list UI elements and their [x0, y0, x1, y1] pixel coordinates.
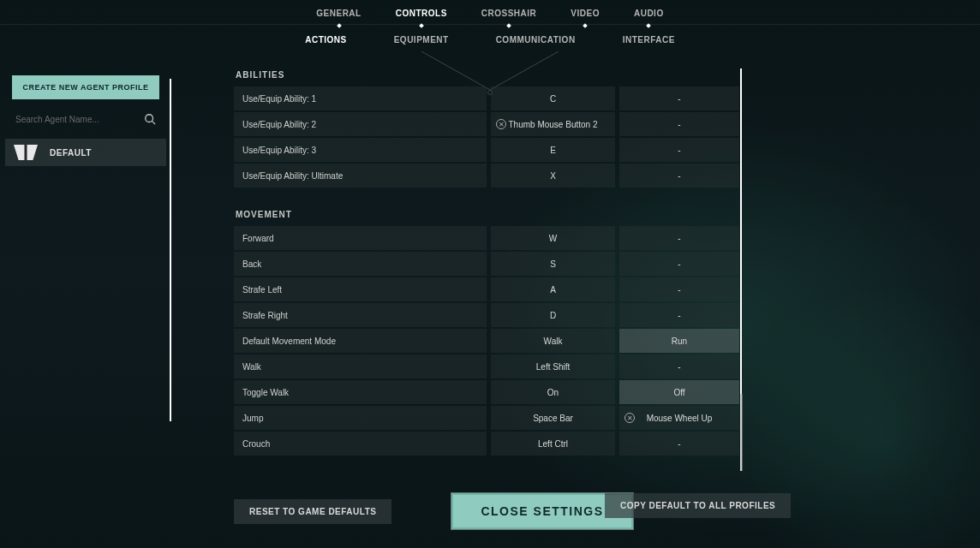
sidebar: CREATE NEW AGENT PROFILE DEFAULT: [0, 70, 171, 166]
binding-label: Back: [234, 252, 487, 276]
binding-row: Use/Equip Ability: 2Thumb Mouse Button 2…: [234, 112, 739, 136]
topnav-tab-video[interactable]: VIDEO: [571, 5, 600, 21]
binding-secondary[interactable]: -: [619, 354, 739, 378]
binding-secondary[interactable]: -: [619, 86, 739, 110]
binding-secondary[interactable]: -: [619, 226, 739, 250]
binding-primary[interactable]: W: [491, 226, 615, 250]
binding-label: Use/Equip Ability: 3: [234, 138, 487, 162]
binding-secondary[interactable]: -: [619, 164, 739, 188]
binding-primary[interactable]: D: [491, 303, 615, 327]
settings-main: ABILITIESUse/Equip Ability: 1C-Use/Equip…: [234, 65, 739, 474]
svg-point-3: [146, 115, 153, 122]
game-logo-icon: [14, 145, 38, 160]
topnav-tab-audio[interactable]: AUDIO: [634, 5, 664, 21]
binding-primary[interactable]: E: [491, 138, 615, 162]
binding-row: Strafe RightD-: [234, 303, 739, 327]
svg-line-4: [152, 122, 156, 125]
binding-primary[interactable]: On: [491, 380, 615, 404]
binding-label: Use/Equip Ability: 2: [234, 112, 487, 136]
clear-binding-icon[interactable]: ✕: [624, 413, 635, 423]
search-row: [0, 108, 171, 130]
profile-item-default[interactable]: DEFAULT: [5, 139, 166, 166]
binding-row: Toggle WalkOnOff: [234, 380, 739, 404]
topnav-tab-controls[interactable]: CONTROLS: [396, 5, 447, 21]
main-scrollbar-thumb[interactable]: [740, 394, 743, 471]
binding-primary[interactable]: A: [491, 277, 615, 301]
binding-row: Use/Equip Ability: 1C-: [234, 86, 739, 110]
binding-label: Forward: [234, 226, 487, 250]
binding-row: JumpSpace BarMouse Wheel Up✕: [234, 406, 739, 430]
top-nav: GENERALCONTROLSCROSSHAIRVIDEOAUDIO: [0, 0, 980, 25]
binding-primary[interactable]: Left Ctrl: [491, 432, 615, 456]
binding-primary[interactable]: C: [491, 86, 615, 110]
binding-secondary[interactable]: -: [619, 303, 739, 327]
binding-secondary[interactable]: -: [619, 252, 739, 276]
reset-defaults-button[interactable]: RESET TO GAME DEFAULTS: [234, 499, 391, 524]
create-agent-profile-button[interactable]: CREATE NEW AGENT PROFILE: [12, 75, 159, 99]
section-header-abilities: ABILITIES: [234, 65, 739, 86]
binding-row: CrouchLeft Ctrl-: [234, 432, 739, 456]
binding-row: BackS-: [234, 252, 739, 276]
binding-secondary[interactable]: Off: [619, 380, 739, 404]
binding-row: Default Movement ModeWalkRun: [234, 329, 739, 353]
binding-row: Use/Equip Ability: UltimateX-: [234, 164, 739, 188]
topnav-tab-general[interactable]: GENERAL: [316, 5, 361, 21]
binding-secondary[interactable]: -: [619, 432, 739, 456]
binding-label: Strafe Left: [234, 277, 487, 301]
section-header-movement: MOVEMENT: [234, 205, 739, 226]
binding-primary[interactable]: Thumb Mouse Button 2✕: [491, 112, 615, 136]
binding-primary[interactable]: Walk: [491, 329, 615, 353]
binding-label: Walk: [234, 354, 487, 378]
subnav-tab-equipment[interactable]: EQUIPMENT: [394, 35, 449, 45]
binding-label: Default Movement Mode: [234, 329, 487, 353]
binding-secondary[interactable]: -: [619, 112, 739, 136]
binding-primary[interactable]: Space Bar: [491, 406, 615, 430]
binding-row: WalkLeft Shift-: [234, 354, 739, 378]
topnav-tab-crosshair[interactable]: CROSSHAIR: [481, 5, 537, 21]
binding-primary[interactable]: X: [491, 164, 615, 188]
binding-label: Jump: [234, 406, 487, 430]
sub-nav: ACTIONSEQUIPMENTCOMMUNICATIONINTERFACE: [0, 25, 980, 50]
agent-search-input[interactable]: [15, 115, 137, 124]
binding-primary[interactable]: S: [491, 252, 615, 276]
section-gap: [234, 189, 739, 205]
binding-secondary[interactable]: Mouse Wheel Up✕: [619, 406, 739, 430]
copy-to-all-profiles-button[interactable]: COPY DEFAULT TO ALL PROFILES: [605, 493, 791, 518]
profile-label: DEFAULT: [50, 148, 92, 158]
binding-label: Strafe Right: [234, 303, 487, 327]
binding-label: Toggle Walk: [234, 380, 487, 404]
subnav-tab-communication[interactable]: COMMUNICATION: [496, 35, 576, 45]
binding-label: Use/Equip Ability: 1: [234, 86, 487, 110]
binding-label: Crouch: [234, 432, 487, 456]
clear-binding-icon[interactable]: ✕: [496, 119, 506, 129]
search-icon[interactable]: [144, 113, 156, 125]
binding-label: Use/Equip Ability: Ultimate: [234, 164, 487, 188]
binding-primary[interactable]: Left Shift: [491, 354, 615, 378]
binding-row: Use/Equip Ability: 3E-: [234, 138, 739, 162]
binding-secondary[interactable]: -: [619, 138, 739, 162]
binding-row: ForwardW-: [234, 226, 739, 250]
binding-secondary[interactable]: Run: [619, 329, 739, 353]
sidebar-scrollbar[interactable]: [170, 79, 171, 421]
subnav-tab-interface[interactable]: INTERFACE: [623, 35, 675, 45]
subnav-tab-actions[interactable]: ACTIONS: [305, 35, 347, 45]
binding-secondary[interactable]: -: [619, 277, 739, 301]
binding-row: Strafe LeftA-: [234, 277, 739, 301]
